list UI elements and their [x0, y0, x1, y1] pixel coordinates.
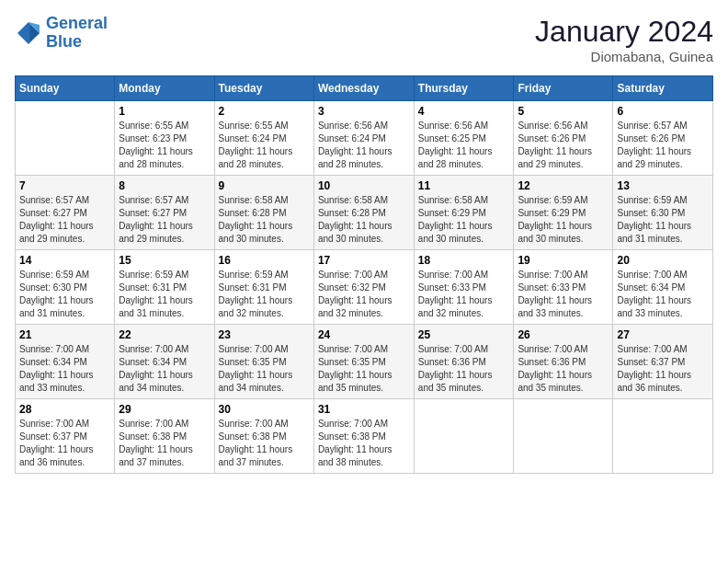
calendar-cell: 30Sunrise: 7:00 AMSunset: 6:38 PMDayligh… [214, 399, 313, 474]
calendar-cell: 24Sunrise: 7:00 AMSunset: 6:35 PMDayligh… [313, 325, 414, 399]
day-info: Sunrise: 6:57 AMSunset: 6:27 PMDaylight:… [119, 194, 210, 246]
day-info: Sunrise: 6:56 AMSunset: 6:25 PMDaylight:… [418, 120, 510, 171]
day-info: Sunrise: 6:59 AMSunset: 6:31 PMDaylight:… [219, 269, 310, 320]
calendar-cell [16, 101, 115, 176]
calendar-week-row: 14Sunrise: 6:59 AMSunset: 6:30 PMDayligh… [16, 250, 713, 325]
day-info: Sunrise: 6:55 AMSunset: 6:24 PMDaylight:… [219, 120, 310, 171]
calendar-cell [613, 399, 713, 474]
calendar-cell: 20Sunrise: 7:00 AMSunset: 6:34 PMDayligh… [613, 250, 713, 325]
page-header: General Blue January 2024 Diomabana, Gui… [15, 15, 713, 64]
day-of-week-header: Thursday [414, 76, 514, 101]
day-info: Sunrise: 6:55 AMSunset: 6:23 PMDaylight:… [119, 120, 210, 171]
day-info: Sunrise: 6:57 AMSunset: 6:26 PMDaylight:… [617, 120, 709, 171]
day-number: 8 [119, 179, 210, 192]
calendar-table: SundayMondayTuesdayWednesdayThursdayFrid… [15, 75, 713, 474]
day-number: 5 [518, 105, 609, 118]
day-number: 1 [119, 105, 210, 118]
calendar-week-row: 28Sunrise: 7:00 AMSunset: 6:37 PMDayligh… [16, 399, 713, 474]
day-number: 7 [19, 179, 110, 192]
day-info: Sunrise: 6:58 AMSunset: 6:28 PMDaylight:… [318, 194, 410, 246]
calendar-cell: 8Sunrise: 6:57 AMSunset: 6:27 PMDaylight… [115, 176, 214, 250]
calendar-cell: 22Sunrise: 7:00 AMSunset: 6:34 PMDayligh… [115, 325, 214, 399]
logo: General Blue [15, 15, 108, 52]
day-of-week-header: Sunday [16, 76, 115, 101]
calendar-cell: 25Sunrise: 7:00 AMSunset: 6:36 PMDayligh… [414, 325, 514, 399]
day-info: Sunrise: 6:59 AMSunset: 6:30 PMDaylight:… [19, 269, 110, 320]
day-info: Sunrise: 7:00 AMSunset: 6:36 PMDaylight:… [518, 343, 609, 395]
calendar-cell: 2Sunrise: 6:55 AMSunset: 6:24 PMDaylight… [214, 101, 313, 176]
day-info: Sunrise: 7:00 AMSunset: 6:38 PMDaylight:… [119, 418, 210, 469]
day-of-week-header: Friday [514, 76, 613, 101]
location: Diomabana, Guinea [535, 49, 713, 64]
logo-icon [15, 19, 42, 47]
day-number: 22 [119, 328, 210, 341]
day-number: 13 [617, 179, 709, 192]
calendar-cell [414, 399, 514, 474]
day-number: 31 [318, 403, 410, 416]
day-of-week-header: Wednesday [313, 76, 414, 101]
calendar-cell: 18Sunrise: 7:00 AMSunset: 6:33 PMDayligh… [414, 250, 514, 325]
day-info: Sunrise: 6:59 AMSunset: 6:30 PMDaylight:… [617, 194, 709, 246]
day-info: Sunrise: 7:00 AMSunset: 6:35 PMDaylight:… [318, 343, 410, 395]
calendar-cell: 6Sunrise: 6:57 AMSunset: 6:26 PMDaylight… [613, 101, 713, 176]
day-info: Sunrise: 7:00 AMSunset: 6:34 PMDaylight:… [19, 343, 110, 395]
day-info: Sunrise: 7:00 AMSunset: 6:37 PMDaylight:… [617, 343, 709, 395]
calendar-cell: 27Sunrise: 7:00 AMSunset: 6:37 PMDayligh… [613, 325, 713, 399]
logo-text: General Blue [46, 15, 108, 52]
day-number: 27 [617, 328, 709, 341]
day-info: Sunrise: 6:56 AMSunset: 6:24 PMDaylight:… [318, 120, 410, 171]
calendar-cell: 14Sunrise: 6:59 AMSunset: 6:30 PMDayligh… [16, 250, 115, 325]
day-of-week-header: Monday [115, 76, 214, 101]
day-info: Sunrise: 7:00 AMSunset: 6:34 PMDaylight:… [617, 269, 709, 320]
day-info: Sunrise: 7:00 AMSunset: 6:32 PMDaylight:… [318, 269, 410, 320]
month-year: January 2024 [535, 15, 713, 49]
day-info: Sunrise: 7:00 AMSunset: 6:38 PMDaylight:… [219, 418, 310, 469]
calendar-cell: 16Sunrise: 6:59 AMSunset: 6:31 PMDayligh… [214, 250, 313, 325]
calendar-week-row: 1Sunrise: 6:55 AMSunset: 6:23 PMDaylight… [16, 101, 713, 176]
calendar-cell: 7Sunrise: 6:57 AMSunset: 6:27 PMDaylight… [16, 176, 115, 250]
calendar-cell: 19Sunrise: 7:00 AMSunset: 6:33 PMDayligh… [514, 250, 613, 325]
calendar-cell: 11Sunrise: 6:58 AMSunset: 6:29 PMDayligh… [414, 176, 514, 250]
day-info: Sunrise: 7:00 AMSunset: 6:36 PMDaylight:… [418, 343, 510, 395]
day-number: 24 [318, 328, 410, 341]
calendar-cell: 9Sunrise: 6:58 AMSunset: 6:28 PMDaylight… [214, 176, 313, 250]
day-number: 19 [518, 254, 609, 267]
day-number: 17 [318, 254, 410, 267]
calendar-cell: 3Sunrise: 6:56 AMSunset: 6:24 PMDaylight… [313, 101, 414, 176]
calendar-cell: 15Sunrise: 6:59 AMSunset: 6:31 PMDayligh… [115, 250, 214, 325]
day-number: 14 [19, 254, 110, 267]
calendar-cell: 13Sunrise: 6:59 AMSunset: 6:30 PMDayligh… [613, 176, 713, 250]
day-number: 23 [219, 328, 310, 341]
day-info: Sunrise: 7:00 AMSunset: 6:34 PMDaylight:… [119, 343, 210, 395]
day-number: 25 [418, 328, 510, 341]
calendar-week-row: 7Sunrise: 6:57 AMSunset: 6:27 PMDaylight… [16, 176, 713, 250]
calendar-cell: 12Sunrise: 6:59 AMSunset: 6:29 PMDayligh… [514, 176, 613, 250]
day-info: Sunrise: 7:00 AMSunset: 6:33 PMDaylight:… [418, 269, 510, 320]
calendar-cell: 23Sunrise: 7:00 AMSunset: 6:35 PMDayligh… [214, 325, 313, 399]
day-number: 12 [518, 179, 609, 192]
day-info: Sunrise: 7:00 AMSunset: 6:37 PMDaylight:… [19, 418, 110, 469]
day-number: 26 [518, 328, 609, 341]
calendar-cell: 26Sunrise: 7:00 AMSunset: 6:36 PMDayligh… [514, 325, 613, 399]
day-number: 18 [418, 254, 510, 267]
day-info: Sunrise: 7:00 AMSunset: 6:33 PMDaylight:… [518, 269, 609, 320]
day-number: 6 [617, 105, 709, 118]
day-number: 15 [119, 254, 210, 267]
day-info: Sunrise: 6:58 AMSunset: 6:28 PMDaylight:… [219, 194, 310, 246]
day-number: 9 [219, 179, 310, 192]
day-info: Sunrise: 6:57 AMSunset: 6:27 PMDaylight:… [19, 194, 110, 246]
day-number: 11 [418, 179, 510, 192]
day-number: 29 [119, 403, 210, 416]
day-info: Sunrise: 7:00 AMSunset: 6:38 PMDaylight:… [318, 418, 410, 469]
day-number: 21 [19, 328, 110, 341]
day-of-week-header: Tuesday [214, 76, 313, 101]
calendar-week-row: 21Sunrise: 7:00 AMSunset: 6:34 PMDayligh… [16, 325, 713, 399]
day-number: 2 [219, 105, 310, 118]
day-number: 10 [318, 179, 410, 192]
day-info: Sunrise: 6:59 AMSunset: 6:29 PMDaylight:… [518, 194, 609, 246]
day-info: Sunrise: 6:59 AMSunset: 6:31 PMDaylight:… [119, 269, 210, 320]
calendar-header-row: SundayMondayTuesdayWednesdayThursdayFrid… [16, 76, 713, 101]
day-info: Sunrise: 6:56 AMSunset: 6:26 PMDaylight:… [518, 120, 609, 171]
calendar-cell: 1Sunrise: 6:55 AMSunset: 6:23 PMDaylight… [115, 101, 214, 176]
day-number: 28 [19, 403, 110, 416]
